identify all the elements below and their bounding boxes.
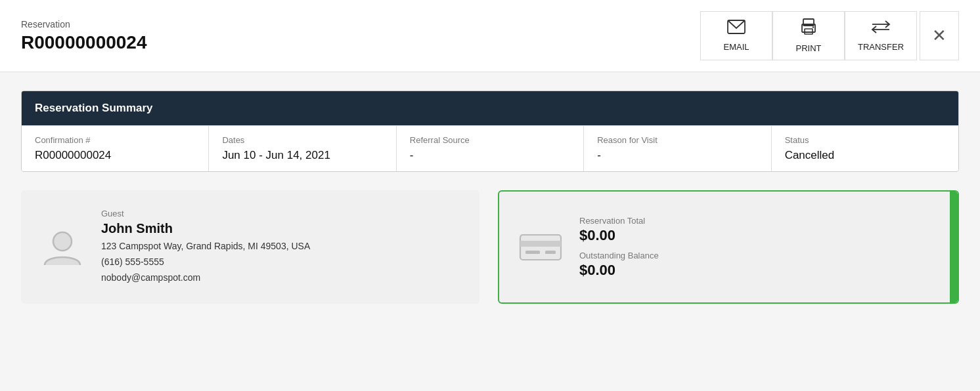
header-actions: EMAIL PRINT TRAN [700, 11, 959, 60]
status-value: Cancelled [785, 149, 945, 162]
main-content: Reservation Summary Confirmation # R0000… [0, 72, 980, 322]
email-button[interactable]: EMAIL [700, 11, 772, 60]
confirmation-cell: Confirmation # R00000000024 [22, 126, 209, 171]
reason-value: - [597, 149, 757, 162]
credit-card-icon [518, 231, 564, 264]
reservation-label: Reservation [21, 19, 147, 30]
svg-rect-9 [520, 241, 561, 247]
transfer-label: TRANSFER [858, 42, 904, 52]
total-value: $0.00 [579, 227, 659, 244]
reason-label: Reason for Visit [597, 135, 757, 145]
print-button[interactable]: PRINT [772, 11, 845, 60]
referral-value: - [410, 149, 570, 162]
transfer-icon [871, 20, 891, 38]
balance-label: Outstanding Balance [579, 251, 659, 260]
summary-data-row: Confirmation # R00000000024 Dates Jun 10… [22, 125, 958, 171]
referral-cell: Referral Source - [397, 126, 584, 171]
reservation-id: R00000000024 [21, 32, 147, 53]
close-button[interactable]: ✕ [920, 11, 959, 60]
print-label: PRINT [796, 43, 822, 53]
dates-cell: Dates Jun 10 - Jun 14, 2021 [209, 126, 396, 171]
print-icon [800, 18, 817, 39]
transfer-button[interactable]: TRANSFER [845, 11, 917, 60]
dates-label: Dates [222, 135, 382, 145]
payment-card: Reservation Total $0.00 Outstanding Bala… [498, 190, 959, 304]
reason-cell: Reason for Visit - [584, 126, 771, 171]
total-label: Reservation Total [579, 216, 659, 226]
svg-rect-10 [525, 251, 540, 254]
guest-card: Guest John Smith 123 Campspot Way, Grand… [21, 190, 479, 304]
reservation-summary: Reservation Summary Confirmation # R0000… [21, 91, 959, 172]
svg-rect-11 [545, 251, 556, 254]
reservation-identity: Reservation R00000000024 [21, 19, 147, 53]
status-cell: Status Cancelled [772, 126, 958, 171]
reservation-total: Reservation Total $0.00 [579, 216, 659, 244]
close-icon: ✕ [932, 26, 947, 46]
dates-value: Jun 10 - Jun 14, 2021 [222, 149, 382, 162]
confirmation-value: R00000000024 [35, 149, 195, 162]
payment-details: Reservation Total $0.00 Outstanding Bala… [579, 216, 659, 279]
bottom-section: Guest John Smith 123 Campspot Way, Grand… [21, 190, 959, 304]
guest-name: John Smith [101, 221, 310, 236]
page-header: Reservation R00000000024 EMAIL PR [0, 0, 980, 72]
balance-value: $0.00 [579, 262, 659, 279]
guest-label: Guest [101, 209, 310, 218]
summary-title: Reservation Summary [22, 91, 958, 125]
email-label: EMAIL [723, 42, 749, 52]
status-label: Status [785, 135, 945, 145]
svg-rect-8 [520, 235, 561, 260]
guest-phone: (616) 555-5555 [101, 255, 310, 270]
email-icon [727, 20, 746, 38]
svg-point-7 [53, 232, 72, 251]
guest-email: nobody@campspot.com [101, 270, 310, 286]
green-accent-bar [950, 192, 958, 302]
referral-label: Referral Source [410, 135, 570, 145]
outstanding-balance: Outstanding Balance $0.00 [579, 251, 659, 279]
svg-point-4 [813, 26, 814, 28]
guest-address: 123 Campspot Way, Grand Rapids, MI 49503… [101, 239, 310, 255]
guest-info: Guest John Smith 123 Campspot Way, Grand… [101, 209, 310, 285]
confirmation-label: Confirmation # [35, 135, 195, 145]
svg-rect-3 [805, 29, 813, 34]
guest-avatar-icon [39, 224, 85, 270]
